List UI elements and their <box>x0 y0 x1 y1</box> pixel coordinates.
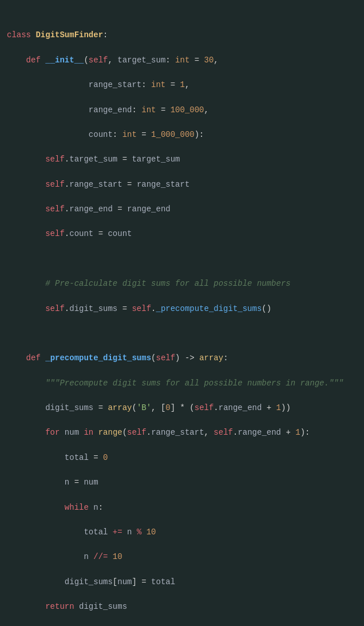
line-2: def __init__(self, target_sum: int = 30, <box>0 54 364 67</box>
line-10 <box>0 253 364 266</box>
line-9: self.count = count <box>0 228 364 241</box>
line-8: self.range_end = range_end <box>0 203 364 216</box>
line-3: range_start: int = 1, <box>0 79 364 92</box>
line-22: n //= 10 <box>0 551 364 564</box>
line-21: total += n % 10 <box>0 526 364 539</box>
line-6: self.target_sum = target_sum <box>0 153 364 166</box>
line-12: self.digit_sums = self._precompute_digit… <box>0 303 364 316</box>
line-19: n = num <box>0 477 364 489</box>
line-18: total = 0 <box>0 452 364 464</box>
line-7: self.range_start = range_start <box>0 179 364 191</box>
line-11: # Pre-calculate digit sums for all possi… <box>0 278 364 290</box>
line-13 <box>0 328 364 340</box>
line-17: for num in range(self.range_start, self.… <box>0 427 364 439</box>
line-23: digit_sums[num] = total <box>0 576 364 589</box>
line-16: digit_sums = array('B', [0] * (self.rang… <box>0 402 364 415</box>
line-4: range_end: int = 100_000, <box>0 104 364 117</box>
line-14: def _precompute_digit_sums(self) -> arra… <box>0 352 364 365</box>
line-15: """Precompute digit sums for all possibl… <box>0 377 364 390</box>
line-24: return digit_sums <box>0 601 364 613</box>
line-1: class DigitSumFinder: <box>0 29 364 42</box>
line-5: count: int = 1_000_000): <box>0 129 364 141</box>
line-20: while n: <box>0 502 364 514</box>
code-editor: class DigitSumFinder: def __init__(self,… <box>0 0 364 626</box>
